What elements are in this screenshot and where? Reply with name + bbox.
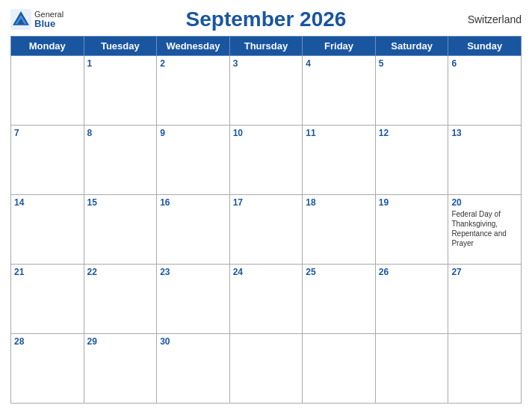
- day-number: 30: [160, 336, 226, 347]
- week-row-4: 21222324252627: [11, 265, 522, 334]
- event-text: Federal Day of Thanksgiving, Repentance …: [451, 209, 518, 248]
- table-row: 22: [84, 265, 157, 334]
- table-row: 24: [229, 265, 303, 334]
- table-row: 23: [157, 265, 230, 334]
- day-number: 3: [233, 58, 300, 69]
- logo-text: General Blue: [34, 10, 64, 28]
- header-thursday: Thursday: [229, 37, 303, 56]
- header-saturday: Saturday: [375, 37, 448, 56]
- calendar-title: September 2026: [186, 7, 347, 31]
- day-number: 1: [87, 58, 154, 69]
- day-number: 15: [87, 197, 154, 208]
- logo-blue: Blue: [34, 19, 64, 28]
- day-number: 26: [379, 267, 445, 277]
- day-number: 22: [87, 267, 154, 277]
- table-row: 15: [84, 195, 157, 265]
- table-row: 3: [229, 56, 303, 126]
- day-number: 9: [160, 128, 226, 138]
- table-row: 8: [84, 126, 157, 195]
- week-row-1: 123456: [11, 56, 522, 126]
- header-friday: Friday: [303, 37, 376, 56]
- day-number: 20: [451, 197, 518, 208]
- table-row: 28: [11, 334, 84, 404]
- table-row: 27: [448, 265, 522, 334]
- table-row: [448, 334, 522, 404]
- table-row: [11, 56, 84, 126]
- table-row: 21: [11, 265, 84, 334]
- day-number: 14: [14, 197, 81, 208]
- table-row: 19: [375, 195, 448, 265]
- day-number: 25: [306, 267, 372, 277]
- logo: General Blue: [10, 9, 64, 30]
- day-number: 13: [451, 128, 518, 138]
- day-number: 12: [379, 128, 445, 138]
- table-row: [375, 334, 448, 404]
- day-number: 17: [233, 197, 300, 208]
- table-row: 7: [11, 126, 84, 195]
- country-label: Switzerland: [468, 13, 522, 25]
- table-row: 5: [375, 56, 448, 126]
- day-number: 16: [160, 197, 226, 208]
- day-number: 29: [87, 336, 154, 347]
- table-row: 12: [375, 126, 448, 195]
- day-number: 4: [306, 58, 372, 69]
- day-number: 27: [451, 267, 518, 277]
- table-row: 29: [84, 334, 157, 404]
- day-number: 28: [14, 336, 81, 347]
- table-row: 18: [303, 195, 376, 265]
- calendar-header: General Blue September 2026 Switzerland: [10, 7, 522, 31]
- week-row-2: 78910111213: [11, 126, 522, 195]
- day-number: 5: [379, 58, 445, 69]
- day-number: 23: [160, 267, 226, 277]
- table-row: 14: [11, 195, 84, 265]
- day-number: 2: [160, 58, 226, 69]
- calendar-wrapper: General Blue September 2026 Switzerland …: [0, 0, 532, 411]
- table-row: 9: [157, 126, 230, 195]
- day-number: 7: [14, 128, 81, 138]
- weekday-header-row: Monday Tuesday Wednesday Thursday Friday…: [11, 37, 522, 56]
- header-wednesday: Wednesday: [157, 37, 230, 56]
- table-row: 10: [229, 126, 303, 195]
- week-row-5: 282930: [11, 334, 522, 404]
- generalblue-logo-icon: [10, 9, 31, 30]
- table-row: 16: [157, 195, 230, 265]
- table-row: 20Federal Day of Thanksgiving, Repentanc…: [448, 195, 522, 265]
- week-row-3: 14151617181920Federal Day of Thanksgivin…: [11, 195, 522, 265]
- table-row: 13: [448, 126, 522, 195]
- day-number: 8: [87, 128, 154, 138]
- table-row: 11: [303, 126, 376, 195]
- table-row: 4: [303, 56, 376, 126]
- header-sunday: Sunday: [448, 37, 522, 56]
- day-number: 10: [233, 128, 300, 138]
- calendar-table: Monday Tuesday Wednesday Thursday Friday…: [10, 36, 522, 404]
- table-row: 17: [229, 195, 303, 265]
- table-row: 6: [448, 56, 522, 126]
- header-tuesday: Tuesday: [84, 37, 157, 56]
- day-number: 6: [451, 58, 518, 69]
- day-number: 21: [14, 267, 81, 277]
- table-row: 2: [157, 56, 230, 126]
- table-row: 25: [303, 265, 376, 334]
- table-row: [303, 334, 376, 404]
- day-number: 11: [306, 128, 372, 138]
- day-number: 18: [306, 197, 372, 208]
- table-row: [229, 334, 303, 404]
- day-number: 19: [379, 197, 445, 208]
- day-number: 24: [233, 267, 300, 277]
- table-row: 26: [375, 265, 448, 334]
- header-monday: Monday: [11, 37, 84, 56]
- table-row: 30: [157, 334, 230, 404]
- table-row: 1: [84, 56, 157, 126]
